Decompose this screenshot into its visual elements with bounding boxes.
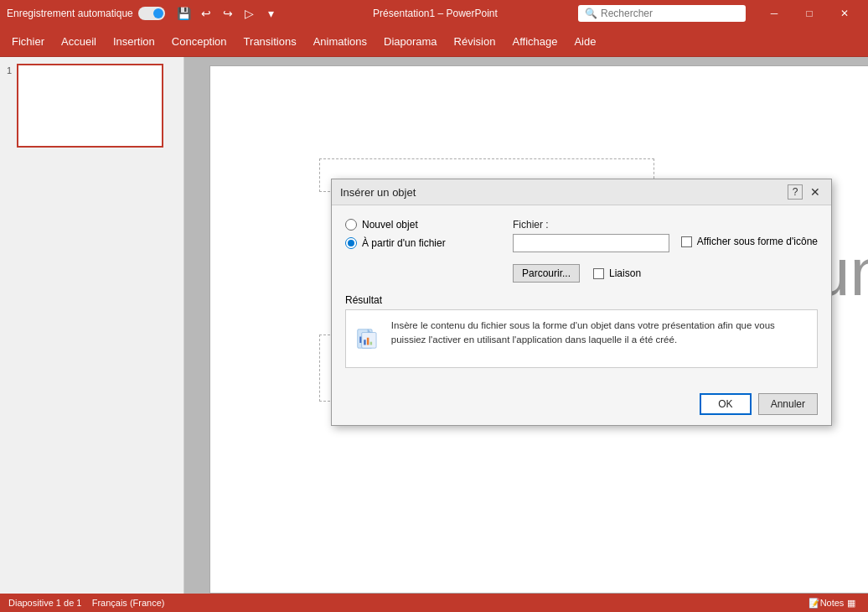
statusbar-left: Diapositive 1 de 1 Français (France): [8, 598, 164, 608]
dialog-controls: ? ✕: [788, 184, 823, 200]
dialog-body: Nouvel objet À partir d'un fichier: [332, 205, 831, 393]
radio-new-object[interactable]: Nouvel objet: [345, 219, 496, 231]
result-text: Insère le contenu du fichier sous la for…: [391, 319, 809, 348]
radio-new-label: Nouvel objet: [362, 219, 418, 231]
redo-icon[interactable]: ↪: [220, 7, 235, 20]
canvas-area: un Insérer un objet ? ✕: [184, 57, 868, 594]
dialog-title: Insérer un objet: [340, 186, 416, 199]
search-icon: 🔍: [585, 8, 597, 19]
menu-transitions[interactable]: Transitions: [235, 30, 305, 54]
display-as-icon-row: Afficher sous forme d'icône: [681, 236, 818, 247]
menu-conception[interactable]: Conception: [163, 30, 235, 54]
menu-accueil[interactable]: Accueil: [53, 30, 105, 54]
statusbar-right: 📝 Notes ▦: [818, 594, 860, 611]
radio-from-file-icon[interactable]: [345, 237, 357, 249]
radio-from-file-label: À partir d'un fichier: [362, 237, 446, 249]
radio-from-file[interactable]: À partir d'un fichier: [345, 237, 496, 249]
notes-label: Notes: [820, 598, 845, 608]
notes-icon: 📝: [809, 598, 820, 609]
liaison-row: Liaison: [593, 267, 641, 279]
result-label: Résultat: [345, 294, 818, 306]
dialog-file-section: Fichier : Afficher sous forme d'icône: [513, 219, 818, 283]
dialog-radio-group: Nouvel objet À partir d'un fichier: [345, 219, 496, 283]
menu-aide[interactable]: Aide: [566, 30, 604, 54]
display-as-icon-label: Afficher sous forme d'icône: [697, 236, 818, 247]
statusbar: Diapositive 1 de 1 Français (France) 📝 N…: [0, 594, 868, 612]
menu-diaporama[interactable]: Diaporama: [375, 30, 446, 54]
radio-new-icon[interactable]: [345, 219, 357, 231]
dialog-overlay: Insérer un objet ? ✕ Nouvel objet: [184, 57, 868, 594]
main-area: 1 un Insérer un objet ? ✕: [0, 57, 868, 594]
liaison-label: Liaison: [609, 267, 641, 279]
browse-button[interactable]: Parcourir...: [513, 264, 580, 283]
file-label: Fichier :: [513, 219, 669, 231]
result-body: Insère le contenu du fichier sous la for…: [346, 310, 817, 367]
slide-number: 1: [7, 64, 12, 148]
language-info: Français (France): [92, 598, 165, 608]
window-controls: ─ □ ✕: [757, 0, 861, 27]
result-section: Insère le contenu du fichier sous la for…: [345, 309, 818, 368]
save-icon[interactable]: 💾: [177, 7, 192, 20]
liaison-checkbox[interactable]: [593, 268, 604, 279]
titlebar: Enregistrement automatique 💾 ↩ ↪ ▷ ▾ Pré…: [0, 0, 868, 27]
search-input[interactable]: [601, 8, 735, 19]
titlebar-quick-access: 💾 ↩ ↪ ▷ ▾: [177, 7, 279, 20]
dialog-titlebar: Insérer un objet ? ✕: [332, 179, 831, 205]
search-box[interactable]: 🔍: [578, 5, 746, 22]
app-title: Présentation1 – PowerPoint: [292, 8, 578, 19]
cancel-button[interactable]: Annuler: [758, 393, 818, 415]
svg-rect-4: [359, 337, 361, 343]
menubar: Fichier Accueil Insertion Conception Tra…: [0, 27, 868, 57]
present-icon[interactable]: ▷: [242, 7, 257, 20]
result-icon: [354, 319, 380, 359]
notes-button[interactable]: 📝 Notes: [818, 594, 834, 611]
svg-rect-9: [367, 338, 369, 345]
titlebar-left: Enregistrement automatique 💾 ↩ ↪ ▷ ▾: [7, 7, 292, 20]
slide-thumbnail[interactable]: [17, 64, 163, 148]
view-grid-icon[interactable]: ▦: [843, 594, 860, 611]
slide-thumbnail-container: 1: [7, 64, 177, 148]
svg-rect-10: [370, 342, 372, 345]
menu-animations[interactable]: Animations: [305, 30, 375, 54]
close-button[interactable]: ✕: [828, 0, 861, 27]
menu-affichage[interactable]: Affichage: [504, 30, 566, 54]
file-input[interactable]: [513, 234, 669, 252]
dialog-main-row: Nouvel objet À partir d'un fichier: [345, 219, 818, 283]
svg-rect-8: [364, 340, 365, 345]
minimize-button[interactable]: ─: [757, 0, 791, 27]
dialog-footer: OK Annuler: [332, 393, 831, 425]
autosave-toggle[interactable]: [138, 7, 165, 20]
slide-info: Diapositive 1 de 1: [8, 598, 81, 608]
menu-fichier[interactable]: Fichier: [3, 30, 53, 54]
ok-button[interactable]: OK: [700, 393, 751, 415]
dialog-close-button[interactable]: ✕: [808, 184, 823, 200]
slide-panel: 1: [0, 57, 184, 594]
menu-insertion[interactable]: Insertion: [105, 30, 163, 54]
autosave-label: Enregistrement automatique: [7, 8, 133, 19]
undo-icon[interactable]: ↩: [199, 7, 214, 20]
dialog-help-button[interactable]: ?: [788, 184, 803, 200]
menu-revision[interactable]: Révision: [446, 30, 504, 54]
insert-object-dialog: Insérer un objet ? ✕ Nouvel objet: [331, 179, 832, 426]
customize-icon[interactable]: ▾: [264, 7, 279, 20]
display-as-icon-checkbox[interactable]: [681, 236, 692, 247]
restore-button[interactable]: □: [793, 0, 826, 27]
